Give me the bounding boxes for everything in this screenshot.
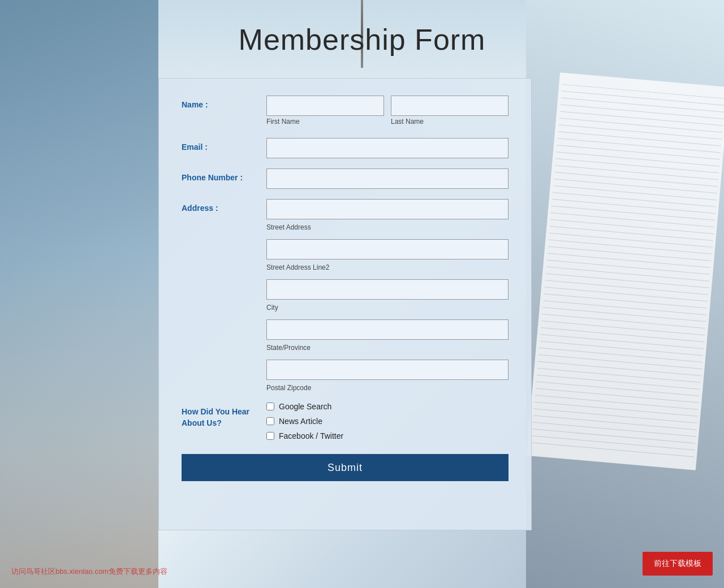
- phone-fields: [266, 168, 508, 189]
- postal-sublabel: Postal Zipcode: [266, 384, 508, 392]
- name-row: Name : First Name Last Name: [182, 96, 508, 128]
- postal-input[interactable]: [266, 360, 508, 380]
- name-fields: First Name Last Name: [266, 96, 508, 128]
- checkbox-facebook-label: Facebook / Twitter: [279, 431, 343, 440]
- street-address-wrap: Street Address: [266, 199, 508, 231]
- city-input[interactable]: [266, 279, 508, 300]
- bg-left-overlay: [0, 249, 158, 588]
- last-name-group: Last Name: [391, 96, 508, 126]
- email-input[interactable]: [266, 138, 508, 158]
- city-sublabel: City: [266, 304, 508, 312]
- name-label: Name :: [182, 96, 266, 109]
- checkbox-news-item[interactable]: News Article: [266, 417, 508, 426]
- checkbox-news-label: News Article: [279, 417, 322, 426]
- street-address-sublabel: Street Address: [266, 223, 508, 231]
- form-container: Name : First Name Last Name Email : Phon…: [158, 78, 532, 530]
- checkbox-google-item[interactable]: Google Search: [266, 402, 508, 411]
- address-label: Address :: [182, 199, 266, 213]
- submit-button[interactable]: Submit: [182, 454, 508, 481]
- phone-row: Phone Number :: [182, 168, 508, 189]
- checkbox-news[interactable]: [266, 417, 274, 425]
- hear-fields: Google Search News Article Facebook / Tw…: [266, 402, 508, 440]
- phone-label: Phone Number :: [182, 168, 266, 182]
- phone-input[interactable]: [266, 168, 508, 189]
- submit-row: Submit: [182, 454, 508, 481]
- last-name-input[interactable]: [391, 96, 508, 116]
- street-address2-wrap: Street Address Line2: [266, 239, 508, 271]
- name-field-row: First Name Last Name: [266, 96, 508, 126]
- checkbox-facebook-item[interactable]: Facebook / Twitter: [266, 431, 508, 440]
- page-title-area: Membership Form: [0, 0, 724, 79]
- address-block: Street Address Street Address Line2 City…: [266, 199, 508, 392]
- hear-row: How Did You Hear About Us? Google Search…: [182, 402, 508, 440]
- email-label: Email :: [182, 138, 266, 152]
- city-wrap: City: [266, 279, 508, 312]
- first-name-input[interactable]: [266, 96, 384, 116]
- address-fields: Street Address Street Address Line2 City…: [266, 199, 508, 392]
- first-name-group: First Name: [266, 96, 384, 126]
- watermark: 访问鸟哥社区bbs.xienlao.com免费下载更多内容: [11, 567, 167, 577]
- postal-wrap: Postal Zipcode: [266, 360, 508, 392]
- email-fields: [266, 138, 508, 158]
- checkbox-google-label: Google Search: [279, 402, 331, 411]
- checkbox-google[interactable]: [266, 403, 274, 410]
- download-button[interactable]: 前往下载模板: [643, 552, 713, 576]
- first-name-sublabel: First Name: [266, 118, 384, 126]
- street-address2-sublabel: Street Address Line2: [266, 263, 508, 271]
- state-input[interactable]: [266, 319, 508, 340]
- address-row: Address : Street Address Street Address …: [182, 199, 508, 392]
- checkbox-facebook[interactable]: [266, 432, 274, 440]
- bg-paper-lines: [530, 84, 724, 465]
- hear-label: How Did You Hear About Us?: [182, 402, 266, 429]
- street-address2-input[interactable]: [266, 239, 508, 260]
- street-address-input[interactable]: [266, 199, 508, 219]
- checkbox-group: Google Search News Article Facebook / Tw…: [266, 402, 508, 440]
- state-wrap: State/Province: [266, 319, 508, 352]
- page-title: Membership Form: [239, 23, 486, 57]
- email-row: Email :: [182, 138, 508, 158]
- last-name-sublabel: Last Name: [391, 118, 508, 126]
- state-sublabel: State/Province: [266, 344, 508, 352]
